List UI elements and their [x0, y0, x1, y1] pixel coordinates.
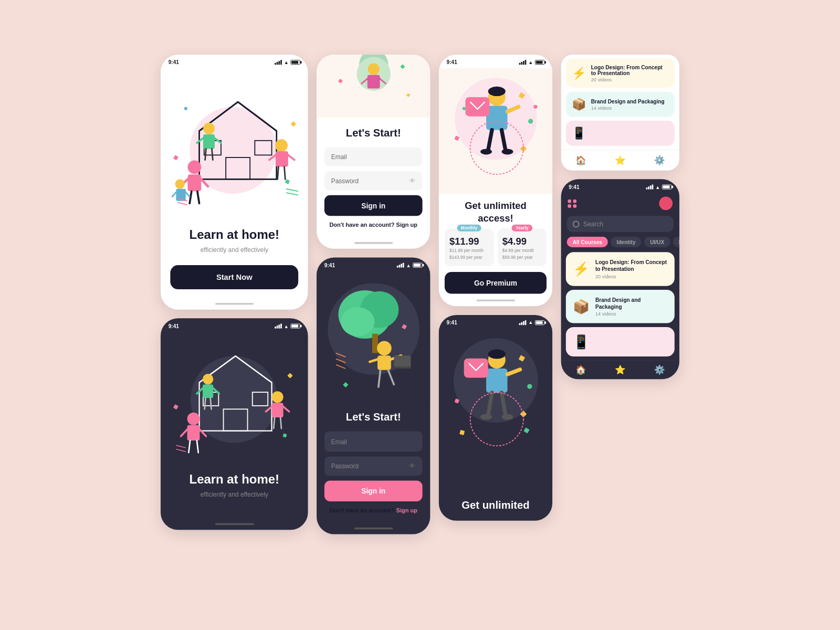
svg-point-24 [175, 179, 185, 188]
status-icons-3: ▲ [519, 59, 545, 65]
sign-in-button-light[interactable]: Sign in [324, 195, 423, 216]
home-indicator-dark2 [354, 527, 393, 529]
go-premium-button[interactable]: Go Premium [445, 271, 547, 293]
dark-no-account-text: Don't have an account? [329, 507, 394, 514]
svg-point-77 [377, 341, 392, 355]
learn-subtitle: efficiently and effectively [170, 246, 298, 254]
star-nav-partial[interactable]: ⭐ [615, 155, 625, 165]
home-indicator-3 [476, 299, 515, 301]
tab-all-courses[interactable]: All Courses [567, 236, 608, 247]
card-lets-start-dark: 9:41 ▲ [317, 257, 430, 534]
status-bar-dark3: 9:41 ▲ [439, 314, 552, 328]
card1-text-area: Learn at home! efficiently and effective… [161, 223, 308, 299]
unlimited-title: Get unlimited access! [439, 193, 552, 228]
dark-sign-in-button[interactable]: Sign in [324, 480, 423, 501]
svg-point-12 [203, 122, 215, 134]
svg-rect-84 [394, 366, 411, 369]
svg-point-115 [501, 414, 513, 419]
course-card-logo[interactable]: ⚡ Logo Design: From Concept to Presentat… [566, 252, 675, 286]
partial-course-brand-info: Brand Design and Packaging 14 videos [591, 98, 665, 110]
filter-tabs: All Courses Identity UI/UX Brand [561, 236, 679, 251]
svg-line-63 [176, 445, 185, 448]
brand-course-count: 14 videos [595, 311, 668, 316]
dark-unlimited-illustration [439, 328, 552, 488]
svg-point-105 [533, 104, 537, 108]
svg-rect-39 [224, 409, 248, 430]
svg-line-22 [278, 166, 279, 179]
tree-illustration [331, 276, 418, 401]
search-placeholder-text: Search [583, 220, 603, 227]
status-bar-1: 9:41 ▲ [161, 55, 308, 68]
svg-rect-19 [276, 151, 288, 166]
dark-password-label: Password [331, 462, 359, 470]
user-avatar[interactable] [659, 196, 673, 210]
eye-icon-dark: 👁 [409, 462, 416, 470]
svg-line-64 [176, 449, 185, 452]
start-now-button[interactable]: Start Now [170, 265, 298, 289]
dark-password-field[interactable]: Password 👁 [324, 456, 423, 476]
monthly-price-card: Monthly $11.99 $11.99 per month $143.99 … [445, 228, 494, 266]
password-field-light[interactable]: Password 👁 [324, 171, 423, 190]
brand-course-title: Brand Design and Packaging [595, 296, 668, 310]
course-card-brand[interactable]: 📦 Brand Design and Packaging 14 videos [566, 289, 675, 323]
unlimited-svg [448, 72, 545, 193]
card-unlimited-light: 9:41 ▲ [439, 55, 552, 306]
yearly-badge: Yearly [512, 224, 532, 231]
card-courses-dark: 9:41 ▲ Search All [561, 179, 679, 379]
svg-point-108 [488, 349, 506, 358]
home-indicator-dark1 [215, 523, 254, 525]
tab-brand[interactable]: Brand [673, 236, 679, 247]
wifi-1: ▲ [284, 59, 289, 65]
dark-illustration-lets-start [317, 271, 430, 401]
svg-line-94 [508, 107, 519, 111]
form-area-light: Email Password 👁 Sign in Don't have an a… [317, 141, 430, 238]
dark-unlimited-svg [448, 333, 545, 487]
svg-point-54 [272, 391, 284, 403]
no-account-text: Don't have an account? [329, 222, 394, 228]
logo-course-info: Logo Design: From Concept to Presentatio… [595, 259, 668, 279]
time-dark2: 9:41 [324, 262, 335, 268]
home-nav-icon[interactable]: 🏠 [575, 364, 586, 375]
pricing-row: Monthly $11.99 $11.99 per month $143.99 … [439, 228, 552, 272]
yearly-price-card: Yearly $4.99 $4.99 per month $59.99 per … [498, 228, 547, 266]
svg-line-56 [266, 406, 272, 411]
tab-uiux[interactable]: UI/UX [644, 236, 670, 247]
svg-line-26 [172, 192, 176, 196]
battery-1 [290, 60, 300, 65]
email-label: Email [331, 153, 347, 160]
svg-rect-71 [400, 64, 405, 69]
email-field-light[interactable]: Email [324, 147, 423, 166]
svg-rect-62 [282, 433, 287, 437]
tab-identity[interactable]: Identity [611, 236, 642, 247]
course-card-mobile[interactable]: 📱 [566, 327, 675, 356]
status-icons-dark3: ▲ [519, 320, 545, 325]
gear-nav-icon[interactable]: ⚙️ [654, 364, 665, 375]
partial-course-card-top: ⚡ Logo Design: From Concept to Presentat… [561, 55, 679, 171]
svg-line-9 [201, 179, 208, 186]
home-nav-partial[interactable]: 🏠 [575, 155, 586, 165]
unlimited-content: Get unlimited access! Monthly $11.99 $11… [439, 193, 552, 293]
svg-line-11 [197, 191, 200, 203]
svg-point-118 [527, 384, 532, 388]
svg-rect-3 [226, 157, 250, 178]
svg-rect-28 [173, 155, 178, 160]
svg-rect-119 [455, 398, 459, 403]
time-1: 9:41 [169, 59, 179, 65]
dark-signup-text: Don't have an account? Sign up [324, 507, 423, 518]
dark-signup-link[interactable]: Sign up [396, 507, 417, 514]
brand-course-info: Brand Design and Packaging 14 videos [595, 296, 668, 316]
search-bar[interactable]: Search [567, 216, 674, 232]
svg-line-38 [236, 356, 272, 383]
status-icons-dark2: ▲ [397, 262, 423, 268]
gear-nav-partial[interactable]: ⚙️ [654, 155, 665, 165]
wifi-dark1: ▲ [284, 323, 289, 328]
password-label: Password [331, 177, 359, 184]
svg-line-23 [284, 166, 285, 179]
grid-menu-icon[interactable] [568, 199, 577, 207]
star-nav-icon[interactable]: ⭐ [615, 364, 625, 375]
dark-email-field[interactable]: Email [324, 431, 423, 452]
battery-dark3 [535, 320, 544, 324]
svg-rect-70 [338, 79, 343, 83]
signup-link-light[interactable]: Sign up [396, 222, 417, 228]
signal-dark3 [519, 320, 527, 324]
